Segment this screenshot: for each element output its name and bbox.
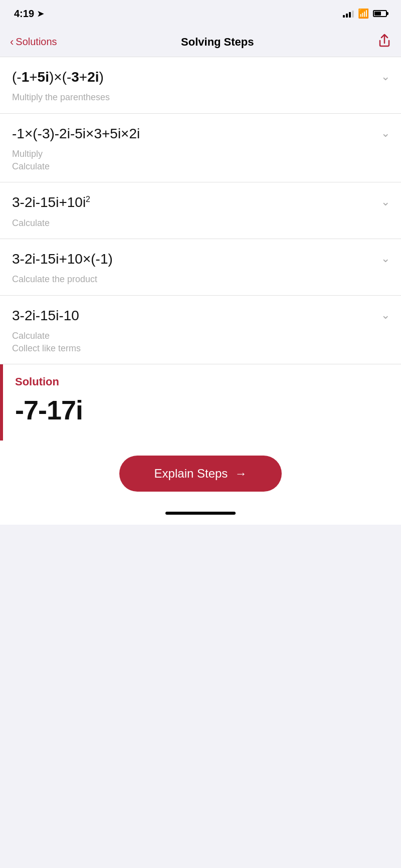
nav-bar: ‹ Solutions Solving Steps <box>0 27 401 57</box>
chevron-down-icon: ⌄ <box>381 127 390 140</box>
step-3-expression: 3-2i-15i+10i2 <box>12 193 389 211</box>
home-indicator <box>0 507 401 525</box>
location-arrow-icon: ➤ <box>37 9 44 19</box>
step-1-expression: (-1+5i)×(-3+2i) <box>12 68 389 86</box>
status-bar: 4:19 ➤ 📶 <box>0 0 401 27</box>
signal-icon <box>343 10 354 18</box>
step-2-description: MultiplyCalculate <box>12 148 389 173</box>
step-5-expression: 3-2i-15i-10 <box>12 307 389 325</box>
status-icons: 📶 <box>343 8 387 19</box>
bottom-area: Explain Steps → <box>0 441 401 507</box>
chevron-down-icon: ⌄ <box>381 309 390 322</box>
step-5[interactable]: 3-2i-15i-10 CalculateCollect like terms … <box>0 296 401 365</box>
step-1[interactable]: (-1+5i)×(-3+2i) Multiply the parentheses… <box>0 57 401 114</box>
time-display: 4:19 <box>14 8 34 20</box>
share-button[interactable] <box>378 34 391 51</box>
status-time: 4:19 ➤ <box>14 8 44 20</box>
solution-label: Solution <box>15 375 389 388</box>
explain-steps-label: Explain Steps <box>154 467 228 481</box>
content-area: (-1+5i)×(-3+2i) Multiply the parentheses… <box>0 57 401 525</box>
chevron-down-icon: ⌄ <box>381 252 390 265</box>
chevron-down-icon: ⌄ <box>381 70 390 83</box>
step-2-expression: -1×(-3)-2i-5i×3+5i×2i <box>12 125 389 143</box>
chevron-left-icon: ‹ <box>10 36 14 49</box>
step-1-description: Multiply the parentheses <box>12 91 389 104</box>
chevron-down-icon: ⌄ <box>381 195 390 208</box>
step-3-description: Calculate <box>12 217 389 230</box>
explain-steps-button[interactable]: Explain Steps → <box>119 456 282 492</box>
step-2[interactable]: -1×(-3)-2i-5i×3+5i×2i MultiplyCalculate … <box>0 114 401 183</box>
home-bar <box>165 512 236 515</box>
solution-value: -7-17i <box>15 394 389 425</box>
solution-section: Solution -7-17i <box>0 364 401 441</box>
battery-icon <box>373 10 387 17</box>
back-button[interactable]: ‹ Solutions <box>10 36 57 49</box>
step-4[interactable]: 3-2i-15i+10×(-1) Calculate the product ⌄ <box>0 239 401 296</box>
step-5-description: CalculateCollect like terms <box>12 330 389 355</box>
step-4-expression: 3-2i-15i+10×(-1) <box>12 250 389 268</box>
step-3[interactable]: 3-2i-15i+10i2 Calculate ⌄ <box>0 182 401 239</box>
page-title: Solving Steps <box>181 36 254 49</box>
back-label: Solutions <box>16 36 57 48</box>
arrow-right-icon: → <box>235 467 247 481</box>
wifi-icon: 📶 <box>358 8 369 19</box>
step-4-description: Calculate the product <box>12 273 389 286</box>
